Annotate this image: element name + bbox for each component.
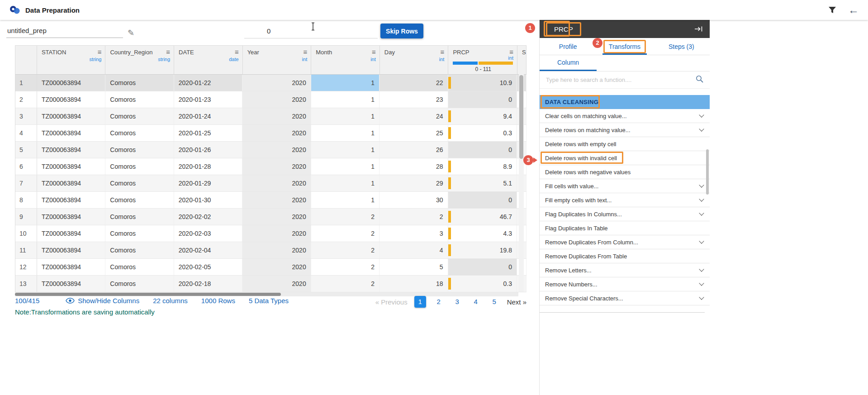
transform-item[interactable]: Remove Duplicates From Column... bbox=[540, 235, 710, 249]
country-region-cell[interactable]: Comoros bbox=[105, 125, 174, 141]
year-cell[interactable]: 2020 bbox=[242, 209, 311, 225]
table-row[interactable]: 10 TZ000063894 Comoros 2020-02-03 2020 2… bbox=[15, 225, 526, 242]
transform-item[interactable]: Clear cells on matching value... bbox=[540, 109, 710, 123]
date-cell[interactable]: 2020-01-30 bbox=[174, 192, 242, 208]
country-region-cell[interactable]: Comoros bbox=[105, 209, 174, 225]
country-region-cell[interactable]: Comoros bbox=[105, 142, 174, 158]
table-row[interactable]: 9 TZ000063894 Comoros 2020-02-02 2020 2 … bbox=[15, 209, 526, 225]
date-cell[interactable]: 2020-02-03 bbox=[174, 225, 242, 242]
column-menu-icon[interactable]: ≡ bbox=[372, 49, 376, 55]
day-cell[interactable]: 5 bbox=[379, 259, 448, 275]
month-cell[interactable]: 2 bbox=[311, 242, 379, 258]
prcp-cell[interactable]: 0 bbox=[448, 142, 517, 158]
transform-item[interactable]: Delete rows on matching value... bbox=[540, 123, 710, 137]
column-header-country-region[interactable]: Country_Region≡ string bbox=[105, 46, 174, 74]
tab-steps[interactable]: Steps (3) bbox=[653, 38, 710, 55]
date-cell[interactable]: 2020-01-26 bbox=[174, 142, 242, 158]
date-cell[interactable]: 2020-01-24 bbox=[174, 108, 242, 124]
table-row[interactable]: 4 TZ000063894 Comoros 2020-01-25 2020 1 … bbox=[15, 125, 526, 142]
date-cell[interactable]: 2020-01-23 bbox=[174, 91, 242, 108]
day-cell[interactable]: 30 bbox=[379, 192, 448, 208]
date-cell[interactable]: 2020-02-05 bbox=[174, 259, 242, 275]
show-hide-columns-button[interactable]: Show/Hide Columns bbox=[66, 297, 139, 305]
month-cell[interactable]: 1 bbox=[311, 108, 379, 124]
country-region-cell[interactable]: Comoros bbox=[105, 175, 174, 191]
country-region-cell[interactable]: Comoros bbox=[105, 225, 174, 242]
day-cell[interactable]: 23 bbox=[379, 91, 448, 108]
station-cell[interactable]: TZ000063894 bbox=[37, 259, 105, 275]
year-cell[interactable]: 2020 bbox=[242, 158, 311, 175]
prep-name-input[interactable] bbox=[6, 24, 123, 38]
station-cell[interactable]: TZ000063894 bbox=[37, 142, 105, 158]
day-cell[interactable]: 28 bbox=[379, 158, 448, 175]
table-row[interactable]: 13 TZ000063894 Comoros 2020-02-18 2020 2… bbox=[15, 276, 526, 292]
month-cell[interactable]: 1 bbox=[311, 142, 379, 158]
station-cell[interactable]: TZ000063894 bbox=[37, 125, 105, 141]
station-cell[interactable]: TZ000063894 bbox=[37, 209, 105, 225]
station-cell[interactable]: TZ000063894 bbox=[37, 175, 105, 191]
tab-profile[interactable]: Profile bbox=[540, 38, 596, 55]
column-header-station[interactable]: STATION≡ string bbox=[37, 46, 106, 74]
transform-item[interactable]: Remove Numbers... bbox=[540, 277, 710, 291]
year-cell[interactable]: 2020 bbox=[242, 75, 311, 91]
country-region-cell[interactable]: Comoros bbox=[105, 108, 174, 124]
chevron-down-icon[interactable] bbox=[699, 238, 704, 243]
page-button[interactable]: 5 bbox=[489, 296, 500, 308]
column-header-month[interactable]: Month≡ int bbox=[311, 46, 380, 74]
horizontal-scrollbar-thumb[interactable] bbox=[15, 293, 281, 296]
month-cell[interactable]: 1 bbox=[311, 175, 379, 191]
month-cell[interactable]: 1 bbox=[311, 75, 379, 91]
country-region-cell[interactable]: Comoros bbox=[105, 91, 174, 108]
day-cell[interactable]: 22 bbox=[379, 75, 448, 91]
month-cell[interactable]: 2 bbox=[311, 259, 379, 275]
prcp-cell[interactable]: 0 bbox=[448, 259, 517, 275]
column-menu-icon[interactable]: ≡ bbox=[98, 49, 102, 55]
month-cell[interactable]: 1 bbox=[311, 91, 379, 108]
year-cell[interactable]: 2020 bbox=[242, 142, 311, 158]
vertical-scrollbar[interactable] bbox=[519, 74, 524, 292]
transform-item[interactable]: Fill cells with value... bbox=[540, 179, 710, 193]
filter-icon[interactable] bbox=[828, 6, 836, 14]
chevron-down-icon[interactable] bbox=[699, 112, 704, 117]
month-cell[interactable]: 1 bbox=[311, 158, 379, 175]
transform-item[interactable]: Flag Duplicates In Columns... bbox=[540, 207, 710, 221]
collapse-panel-icon[interactable] bbox=[694, 26, 703, 32]
transform-item[interactable]: Flag Duplicates In Table bbox=[540, 221, 710, 235]
column-menu-icon[interactable]: ≡ bbox=[441, 49, 445, 55]
day-cell[interactable]: 26 bbox=[379, 142, 448, 158]
month-cell[interactable]: 1 bbox=[311, 192, 379, 208]
prcp-cell[interactable]: 5.1 bbox=[448, 175, 517, 191]
table-row[interactable]: 2 TZ000063894 Comoros 2020-01-23 2020 1 … bbox=[15, 91, 526, 108]
prcp-cell[interactable]: 8.9 bbox=[448, 158, 517, 175]
table-row[interactable]: 1 TZ000063894 Comoros 2020-01-22 2020 1 … bbox=[15, 75, 526, 91]
prcp-cell[interactable]: 0 bbox=[448, 91, 517, 108]
subtab-column[interactable]: Column bbox=[540, 55, 597, 71]
chevron-down-icon[interactable] bbox=[699, 182, 704, 187]
prcp-cell[interactable]: 9.4 bbox=[448, 108, 517, 124]
prcp-cell[interactable]: 0.3 bbox=[448, 276, 517, 292]
transform-item[interactable]: Remove Special Characters... bbox=[540, 291, 710, 305]
page-button[interactable]: 2 bbox=[433, 296, 445, 308]
month-cell[interactable]: 2 bbox=[311, 225, 379, 242]
previous-page-button[interactable]: « Previous bbox=[375, 298, 408, 306]
transform-item[interactable]: Remove Duplicates From Table bbox=[540, 249, 710, 263]
tab-transforms[interactable]: Transforms bbox=[596, 38, 653, 55]
station-cell[interactable]: TZ000063894 bbox=[37, 192, 105, 208]
skip-rows-button[interactable]: Skip Rows bbox=[380, 24, 423, 38]
year-cell[interactable]: 2020 bbox=[242, 175, 311, 191]
day-cell[interactable]: 3 bbox=[379, 225, 448, 242]
page-button[interactable]: 3 bbox=[451, 296, 463, 308]
date-cell[interactable]: 2020-01-29 bbox=[174, 175, 242, 191]
date-cell[interactable]: 2020-02-04 bbox=[174, 242, 242, 258]
country-region-cell[interactable]: Comoros bbox=[105, 192, 174, 208]
year-cell[interactable]: 2020 bbox=[242, 192, 311, 208]
chevron-down-icon[interactable] bbox=[699, 281, 704, 286]
date-cell[interactable]: 2020-01-25 bbox=[174, 125, 242, 141]
column-header-prcp[interactable]: PRCP≡ int 0 - 111 bbox=[448, 46, 517, 74]
prcp-cell[interactable]: 46.7 bbox=[448, 209, 517, 225]
year-cell[interactable]: 2020 bbox=[242, 225, 311, 242]
panel-scrollbar-thumb[interactable] bbox=[706, 149, 709, 195]
edit-pencil-icon[interactable]: ✎ bbox=[128, 28, 134, 38]
column-menu-icon[interactable]: ≡ bbox=[166, 49, 170, 55]
station-cell[interactable]: TZ000063894 bbox=[37, 75, 105, 91]
